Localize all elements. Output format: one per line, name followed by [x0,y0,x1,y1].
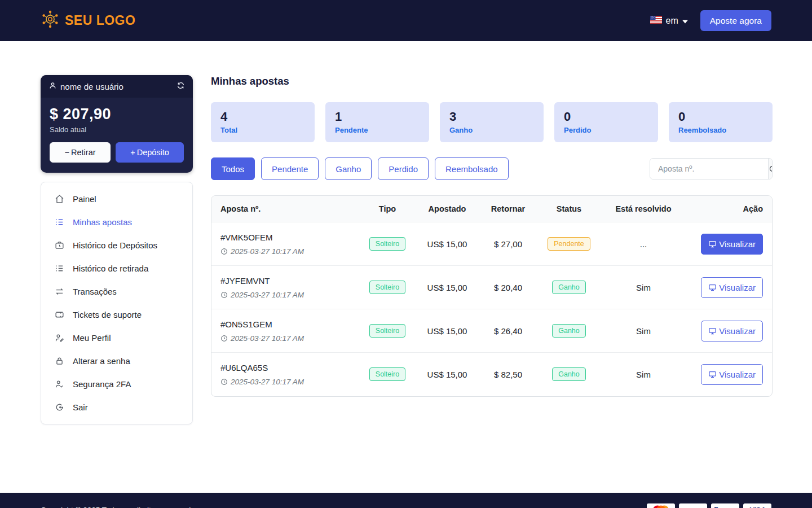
monitor-icon [708,327,717,335]
lock-icon [55,356,64,366]
sidebar-item-tickets-suporte[interactable]: Tickets de suporte [41,303,192,326]
username: nome de usuário [60,82,123,91]
search-input[interactable] [650,159,768,179]
bet-type-badge: Solteiro [369,237,405,251]
stat-card-total: 4 Total [211,102,315,142]
refresh-icon[interactable] [176,81,185,91]
balance-label: Saldo atual [50,125,184,134]
sidebar-item-meu-perfil[interactable]: Meu Perfil [41,326,192,349]
logout-icon [55,402,64,412]
user-check-icon [55,379,64,389]
view-button[interactable]: Visualizar [701,364,763,385]
status-badge: Ganho [552,324,586,338]
bet-return: $ 27,00 [479,222,537,266]
user-edit-icon [55,333,64,343]
page-title: Minhas apostas [211,75,773,87]
view-button[interactable]: Visualizar [701,321,763,341]
status-badge: Ganho [552,281,586,294]
table-row: #U6LQA65S 2025-03-27 10:17 AM Solteiro U… [211,353,772,396]
bet-resolved: Sim [601,353,686,396]
sidebar-item-seguranca-2fa[interactable]: Segurança 2FA [41,373,192,396]
bet-return: $ 26,40 [479,309,537,353]
bet-return: $ 20,40 [479,266,537,309]
status-filters: Todos Pendente Ganho Perdido Reembolsado [211,157,509,180]
page-content: nome de usuário $ 207,90 Saldo atual − R… [0,41,812,474]
table-row: #JYFEMVNT 2025-03-27 10:17 AM Solteiro U… [211,266,772,309]
bet-now-button[interactable]: Aposte agora [700,10,771,31]
plus-icon: + [130,148,135,157]
bet-date: 2025-03-27 10:17 AM [220,334,350,343]
bet-id: #VMK5OFEM [220,233,350,242]
stats-cards: 4 Total 1 Pendente 3 Ganho 0 Perdido 0 R… [211,102,773,142]
withdraw-button[interactable]: − Retirar [50,142,111,163]
view-button[interactable]: Visualizar [701,234,763,255]
bet-id: #ON5S1GEM [220,319,350,329]
language-code: em [666,16,678,26]
filter-pendente[interactable]: Pendente [261,157,319,180]
sidebar-menu: Painel Minhas apostas Histórico de Depós… [41,182,193,424]
bet-staked: US$ 15,00 [416,266,479,309]
bet-resolved: ... [601,222,686,266]
copyright-text: Copyright © 2025 Todos os direitos reser… [41,506,199,508]
minus-icon: − [65,148,69,157]
chevron-down-icon [682,16,688,26]
brand-logo[interactable]: SEU LOGO [41,10,135,32]
list-icon [55,217,64,227]
bet-search [650,158,773,179]
bet-id: #U6LQA65S [220,363,350,373]
filter-reembolsado[interactable]: Reembolsado [435,157,509,180]
main-panel: Minhas apostas 4 Total 1 Pendente 3 Ganh… [211,75,773,474]
top-navbar: SEU LOGO em [0,0,812,41]
sidebar-item-alterar-senha[interactable]: Alterar a senha [41,349,192,373]
stat-card-ganho: 3 Ganho [440,102,544,142]
list-icon [55,264,64,273]
bet-staked: US$ 15,00 [416,309,479,353]
clock-icon [220,335,228,342]
bet-staked: US$ 15,00 [416,353,479,396]
bet-type-badge: Solteiro [369,281,405,294]
table-header-row: Aposta nº. Tipo Apostado Retornar Status… [211,196,772,222]
footer: Copyright © 2025 Todos os direitos reser… [0,493,812,508]
monitor-icon [708,370,717,379]
payment-methods: MasterCard Payoneer PPayPal VISA [647,503,771,508]
sidebar-item-painel[interactable]: Painel [41,187,192,211]
payoneer-logo: Payoneer [679,503,707,508]
user-balance-card: nome de usuário $ 207,90 Saldo atual − R… [41,75,193,173]
deposit-button[interactable]: + Depósito [116,142,184,163]
user-icon [48,81,57,91]
bet-resolved: Sim [601,266,686,309]
table-row: #VMK5OFEM 2025-03-27 10:17 AM Solteiro U… [211,222,772,266]
sidebar-item-historico-retirada[interactable]: Histórico de retirada [41,257,192,280]
logo-network-icon [41,10,60,32]
filter-perdido[interactable]: Perdido [378,157,429,180]
filter-ganho[interactable]: Ganho [325,157,372,180]
language-selector[interactable]: em [650,16,688,26]
search-icon [769,165,773,173]
visa-logo: VISA [743,503,771,508]
search-button[interactable] [768,159,773,179]
sidebar: nome de usuário $ 207,90 Saldo atual − R… [41,75,193,474]
stat-card-pendente: 1 Pendente [325,102,429,142]
stat-card-reembolsado: 0 Reembolsado [669,102,773,142]
bets-table-card: Aposta nº. Tipo Apostado Retornar Status… [211,195,773,397]
bet-date: 2025-03-27 10:17 AM [220,291,350,299]
sidebar-item-transacoes[interactable]: Transações [41,280,192,303]
view-button[interactable]: Visualizar [701,277,763,298]
home-icon [55,194,64,204]
mastercard-logo: MasterCard [647,503,675,508]
bet-type-badge: Solteiro [369,324,405,338]
bet-date: 2025-03-27 10:17 AM [220,378,350,386]
filter-todos[interactable]: Todos [211,157,255,180]
monitor-icon [708,283,717,292]
sidebar-item-sair[interactable]: Sair [41,396,192,419]
paypal-logo: PPayPal [711,503,739,508]
logo-text: SEU LOGO [65,13,135,28]
monitor-icon [708,240,717,248]
bet-staked: US$ 15,00 [416,222,479,266]
sidebar-item-minhas-apostas[interactable]: Minhas apostas [41,211,192,234]
bets-table: Aposta nº. Tipo Apostado Retornar Status… [211,196,772,396]
table-row: #ON5S1GEM 2025-03-27 10:17 AM Solteiro U… [211,309,772,353]
bet-return: $ 82,50 [479,353,537,396]
sidebar-item-historico-depositos[interactable]: Histórico de Depósitos [41,234,192,257]
bet-type-badge: Solteiro [369,367,405,381]
